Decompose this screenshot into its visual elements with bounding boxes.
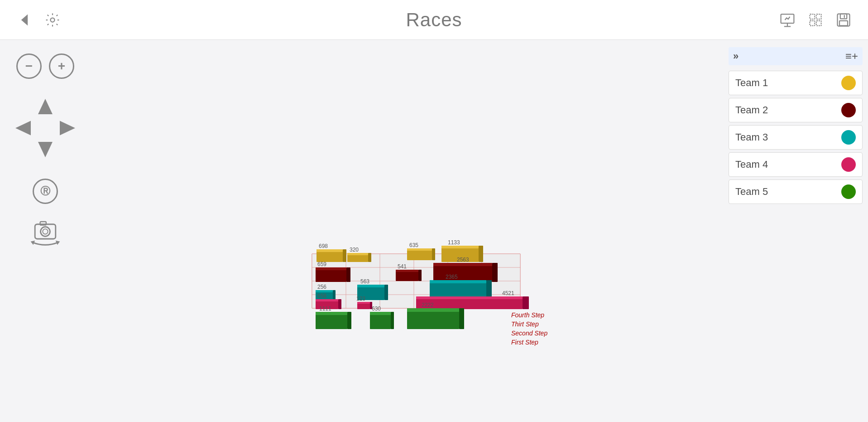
team-row-1[interactable]: Team 1 [729,71,863,95]
main-content: − + Ⓡ [0,40,868,422]
svg-rect-85 [416,296,523,299]
zoom-in-button[interactable]: + [49,53,74,79]
svg-marker-0 [21,14,28,25]
svg-rect-38 [343,249,346,262]
svg-rect-70 [384,285,388,300]
svg-marker-13 [38,99,53,114]
header-actions [777,10,854,30]
expand-button[interactable]: » [733,50,739,62]
svg-point-19 [43,229,48,234]
present-button[interactable] [777,10,797,30]
save-button[interactable] [834,10,854,30]
svg-text:2563: 2563 [457,257,469,263]
page-title: Races [406,9,462,31]
svg-rect-86 [523,296,529,309]
zoom-out-button[interactable]: − [16,53,42,79]
svg-text:635: 635 [409,242,418,248]
svg-text:256: 256 [317,284,326,290]
svg-point-1 [51,18,55,22]
svg-rect-20 [40,222,46,225]
zoom-out-icon: − [25,59,33,73]
svg-text:659: 659 [317,261,326,267]
team-1-label: Team 1 [735,77,768,89]
svg-rect-58 [418,270,422,281]
svg-rect-78 [338,299,341,309]
svg-rect-6 [816,14,821,19]
team-3-label: Team 3 [735,131,768,143]
svg-rect-10 [840,14,847,19]
team-list: Team 1Team 2Team 3Team 4Team 5 [729,71,863,207]
svg-rect-90 [347,312,351,329]
svg-rect-89 [316,312,347,315]
nav-left-button[interactable] [14,118,34,140]
team-row-2[interactable]: Team 2 [729,98,863,122]
back-button[interactable] [14,10,34,30]
team-2-color-dot [841,103,856,117]
svg-rect-46 [432,248,435,260]
svg-rect-81 [357,302,370,304]
svg-rect-98 [459,308,464,329]
svg-rect-97 [407,308,459,312]
svg-rect-8 [816,20,821,25]
team1-bar3: 635 [407,242,435,260]
team-4-color-dot [841,157,856,172]
svg-marker-14 [15,121,31,136]
team1-bar2: 320 [347,247,371,262]
add-list-icon: ≡+ [845,50,858,62]
screenshot-button[interactable] [806,10,825,30]
svg-text:2365: 2365 [446,274,458,280]
svg-text:2222: 2222 [422,302,434,308]
team-5-label: Team 5 [735,186,768,198]
settings-button[interactable] [43,10,62,30]
svg-text:658: 658 [317,293,326,299]
svg-rect-42 [368,253,371,262]
team-3-color-dot [841,130,856,145]
svg-text:541: 541 [398,263,407,270]
svg-rect-94 [391,312,394,329]
step-second-label: Second Step [511,330,547,337]
svg-rect-49 [441,246,479,248]
team-row-5[interactable]: Team 5 [729,179,863,204]
svg-rect-37 [317,249,343,252]
svg-text:698: 698 [319,243,328,249]
svg-rect-73 [430,280,486,283]
svg-rect-5 [810,14,815,19]
svg-marker-16 [38,142,53,157]
svg-rect-11 [839,20,848,25]
nav-cross [14,97,77,160]
team-row-3[interactable]: Team 3 [729,125,863,150]
svg-rect-45 [407,248,432,251]
svg-marker-15 [60,121,75,136]
svg-rect-41 [347,253,368,255]
step-fourth-label: Fourth Step [511,311,544,319]
nav-up-button[interactable] [35,97,55,118]
add-list-button[interactable]: ≡+ [845,50,858,63]
svg-text:320: 320 [350,247,359,253]
svg-rect-53 [316,267,346,270]
svg-text:563: 563 [360,278,369,285]
svg-rect-65 [316,290,333,292]
header: Races [0,0,868,40]
reset-button[interactable]: Ⓡ [33,179,58,204]
step-third-label: Thirt Step [511,320,539,328]
svg-rect-54 [346,267,350,282]
svg-text:1111: 1111 [319,306,331,312]
team-2-label: Team 2 [735,104,768,116]
svg-text:4521: 4521 [502,290,514,296]
team-5-color-dot [841,184,856,199]
zoom-in-icon: + [58,59,65,73]
header-left [14,10,62,30]
svg-rect-62 [492,263,498,282]
svg-rect-57 [396,270,418,272]
nav-down-button[interactable] [35,139,55,160]
step-first-label: First Step [511,339,538,346]
camera-rotate-button[interactable] [28,213,62,247]
team5-bar2: 630 [370,306,394,329]
right-panel: » ≡+ Team 1Team 2Team 3Team 4Team 5 [723,40,868,422]
svg-rect-69 [357,285,384,287]
svg-rect-7 [810,20,815,25]
team-row-4[interactable]: Team 4 [729,152,863,177]
team1-bar1: 698 [317,243,346,262]
nav-right-button[interactable] [57,118,77,140]
svg-text:630: 630 [372,306,381,312]
